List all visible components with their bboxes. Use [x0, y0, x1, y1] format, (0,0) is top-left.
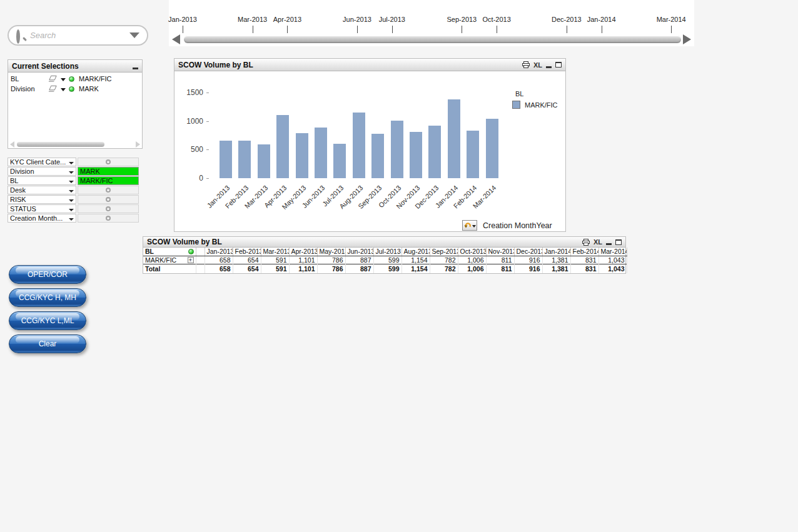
current-selections-title: Current Selections [12, 62, 79, 71]
expand-plus-icon[interactable]: + [188, 257, 194, 263]
value-cell: 887 [345, 256, 373, 264]
filter-field-status[interactable]: STATUS [8, 204, 76, 213]
search-dropdown-chevron-icon[interactable] [129, 33, 139, 38]
timeline-scrollbar-thumb[interactable] [184, 36, 681, 43]
timeline-label: Jan-2013 [168, 16, 197, 23]
filter-field-risk[interactable]: RISK [8, 195, 76, 204]
timeline-label: Mar-2013 [238, 16, 267, 23]
column-header-bl[interactable]: BL [143, 248, 196, 256]
dropdown-chevron-icon[interactable] [69, 199, 74, 202]
excel-export-icon[interactable]: XL [533, 61, 542, 69]
excel-export-icon[interactable]: XL [593, 238, 602, 246]
chart-bar[interactable] [220, 141, 232, 178]
eraser-clear-icon[interactable] [48, 85, 58, 93]
dropdown-chevron-icon[interactable] [61, 88, 66, 91]
column-header-month: Jan-2013 [205, 248, 233, 256]
row-label-cell[interactable]: MARK/FIC+ [143, 256, 196, 264]
filter-value-division[interactable]: MARK [78, 167, 139, 176]
minimize-icon[interactable] [133, 68, 138, 69]
fast-type-change-button[interactable] [462, 220, 477, 231]
button-ccg-kyc-l-ml[interactable]: CCG/KYC L,ML [9, 311, 86, 330]
chart-bar[interactable] [315, 128, 327, 178]
total-value-cell: 916 [514, 264, 542, 273]
y-axis-tick-mark [206, 178, 209, 179]
table-data-row: MARK/FIC+6586545911,1017868875991,154782… [143, 256, 627, 264]
minimize-icon[interactable] [546, 66, 552, 68]
filter-value-creation-month[interactable] [78, 214, 139, 223]
chart-bar[interactable] [238, 141, 251, 178]
filter-value-desk[interactable] [78, 186, 139, 194]
printer-icon[interactable] [582, 239, 590, 246]
y-axis-tick-mark [206, 121, 209, 122]
total-value-cell: 831 [570, 264, 598, 273]
filter-field-bl[interactable]: BL [8, 176, 76, 185]
filter-field-kyc-client-cate[interactable]: KYC Client Cate... [8, 158, 76, 166]
total-value-cell: 658 [205, 264, 233, 273]
scroll-right-icon[interactable] [136, 141, 140, 148]
dropdown-chevron-icon[interactable] [69, 190, 74, 193]
chart-bar[interactable] [410, 132, 422, 178]
legend-label: MARK/FIC [525, 101, 558, 109]
dropdown-chevron-icon[interactable] [69, 181, 74, 183]
table-header-row: BLJan-2013Feb-2013Mar-2013Apr-2013May-20… [143, 248, 627, 256]
minimize-icon[interactable] [606, 243, 612, 245]
selection-field-name: Division [11, 85, 47, 93]
dropdown-chevron-icon[interactable] [69, 171, 74, 174]
total-value-cell: 1,043 [598, 264, 627, 273]
eraser-clear-icon[interactable] [48, 75, 58, 83]
button-ccg-kyc-h-mh[interactable]: CCG/KYC H, MH [9, 288, 86, 307]
filter-value-kyc-client-cate[interactable] [78, 158, 139, 166]
dropdown-chevron-icon[interactable] [69, 162, 74, 164]
scrollbar-thumb[interactable] [17, 142, 104, 147]
unselected-ring-icon [106, 188, 111, 193]
spacer-cell [196, 256, 205, 264]
bl-header-label: BL [145, 248, 154, 255]
filter-field-division[interactable]: Division [8, 167, 76, 176]
cs-horizontal-scrollbar[interactable] [8, 140, 142, 148]
dropdown-chevron-icon[interactable] [61, 78, 66, 81]
chart-bar[interactable] [467, 131, 479, 178]
chart-bar[interactable] [371, 134, 384, 178]
total-value-cell: 654 [233, 264, 261, 273]
filter-field-label: Desk [10, 186, 26, 194]
current-selections-caption[interactable]: Current Selections [8, 60, 142, 73]
chart-caption[interactable]: SCOW Volume by BL XL [174, 59, 565, 71]
dropdown-chevron-icon[interactable] [69, 218, 74, 221]
button-clear[interactable]: Clear [9, 334, 86, 353]
dropdown-chevron-icon[interactable] [69, 209, 74, 211]
filter-row-division: DivisionMARK [8, 167, 139, 176]
maximize-icon[interactable] [615, 239, 622, 245]
button-oper-cor[interactable]: OPER/COR [9, 265, 86, 284]
chart-plot-area: BL MARK/FIC Creation MonthYear 050010001… [174, 71, 565, 231]
row-label: MARK/FIC [145, 256, 176, 264]
chart-bar[interactable] [486, 119, 498, 178]
chart-bar[interactable] [296, 133, 308, 178]
filter-value-bl[interactable]: MARK/FIC [78, 176, 139, 185]
filter-field-desk[interactable]: Desk [8, 186, 76, 194]
timeline-scroll-right-icon[interactable] [683, 34, 691, 44]
filter-value-risk[interactable] [78, 195, 139, 204]
timeline-scroll-left-icon[interactable] [172, 34, 180, 44]
table-caption[interactable]: SCOW Volume by BL XL [143, 237, 625, 248]
printer-icon[interactable] [522, 61, 530, 68]
legend-item[interactable]: MARK/FIC [512, 101, 558, 109]
filter-row-status: STATUS [8, 204, 139, 213]
chart-bar[interactable] [258, 144, 270, 178]
scroll-left-icon[interactable] [10, 141, 14, 148]
y-axis-tick-label: 500 [178, 145, 203, 154]
timeline-label: Oct-2013 [483, 16, 511, 23]
chart-bar[interactable] [276, 115, 289, 178]
filter-value-status[interactable] [78, 204, 139, 213]
filter-field-creation-month[interactable]: Creation Month... [8, 214, 76, 223]
chart-bar[interactable] [333, 144, 346, 178]
legend-swatch [512, 101, 520, 109]
maximize-icon[interactable] [555, 62, 562, 68]
chart-bar[interactable] [428, 126, 441, 178]
timeline-label: Jan-2014 [587, 16, 616, 23]
column-header-month: Mar-2014 [598, 248, 627, 256]
chart-bar[interactable] [391, 121, 403, 178]
chart-bar[interactable] [353, 113, 365, 178]
chart-bar[interactable] [448, 99, 460, 178]
table-title: SCOW Volume by BL [147, 238, 222, 246]
search-box[interactable]: Search [8, 25, 148, 46]
